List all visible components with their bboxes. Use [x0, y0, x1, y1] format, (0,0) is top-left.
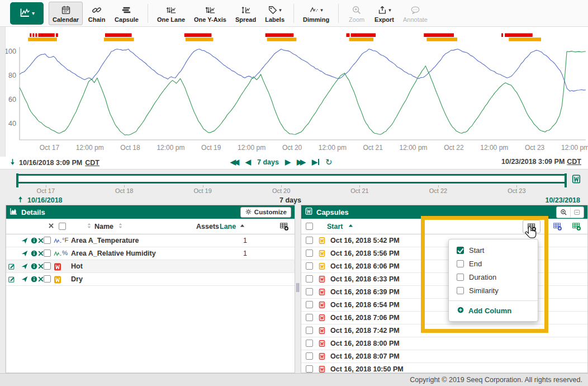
item-name[interactable]: Dry	[71, 275, 83, 283]
toolbar-button-capsule[interactable]: Capsule	[111, 2, 143, 25]
range-slider-track[interactable]	[17, 174, 566, 183]
hot-capsule-bar[interactable]	[35, 34, 37, 37]
toolbar-button-export[interactable]: ▾Export	[371, 2, 398, 25]
menu-item-start[interactable]: Start	[449, 243, 538, 257]
dry-capsule-bar[interactable]	[426, 37, 457, 41]
menu-item-duration[interactable]: Duration	[449, 270, 538, 284]
select-all-capsules-checkbox[interactable]	[306, 223, 313, 230]
dry-capsule-bar[interactable]	[186, 37, 214, 41]
menu-item-similarity[interactable]: Similarity	[449, 284, 538, 297]
capsule-checkbox[interactable]	[306, 262, 313, 270]
capsule-row[interactable]: Oct 16, 2018 10:50 PM	[301, 363, 587, 373]
hot-capsule-bar[interactable]	[30, 34, 31, 37]
range-slider-right-handle[interactable]	[565, 173, 567, 187]
step-back-half-icon[interactable]: ◀	[245, 157, 251, 167]
menu-checkbox[interactable]	[457, 260, 464, 267]
item-name[interactable]: Area A_Temperature	[71, 237, 139, 244]
capsule-row[interactable]: Oct 16, 2018 6:54 PM	[301, 299, 587, 312]
end-datetime[interactable]: 10/23/2018 3:09 PM	[501, 158, 565, 166]
display-range-end[interactable]: 10/23/2018 3:09 PM CDT	[501, 158, 581, 166]
hot-capsule-bar[interactable]	[505, 34, 533, 37]
capsule-checkbox[interactable]	[306, 237, 313, 244]
hot-capsule-bar[interactable]	[56, 34, 58, 37]
edit-icon[interactable]	[8, 275, 16, 283]
row-checkbox[interactable]	[44, 262, 51, 270]
pin-icon[interactable]	[21, 237, 29, 244]
hot-capsule-bar[interactable]	[105, 34, 132, 37]
add-property-column-icon[interactable]	[572, 222, 581, 233]
start-datetime[interactable]: 10/16/2018 3:09 PM	[19, 159, 82, 167]
sort-icon[interactable]	[117, 222, 124, 231]
capsule-row[interactable]: Oct 16, 2018 8:07 PM	[301, 350, 587, 363]
hot-capsule-bar[interactable]	[265, 34, 294, 37]
step-to-end-icon[interactable]: ▶	[312, 157, 319, 167]
hot-capsule-bar[interactable]	[32, 34, 34, 37]
zoom-to-capsule-icon[interactable]	[557, 207, 570, 218]
refresh-icon[interactable]: ↻	[325, 157, 333, 167]
capsule-row[interactable]: Oct 16, 2018 7:06 PM	[301, 312, 587, 324]
capsule-checkbox[interactable]	[306, 301, 313, 308]
toolbar-button-calendar[interactable]: Calendar	[49, 2, 83, 25]
details-row-area-a-temperature[interactable]: °FArea A_Temperature1	[6, 234, 295, 247]
series-temperature[interactable]	[20, 49, 586, 91]
timezone-link[interactable]: CDT	[85, 159, 99, 167]
menu-item-end[interactable]: End	[449, 257, 538, 270]
dry-capsule-bar[interactable]	[104, 37, 134, 41]
name-column-header[interactable]: Name	[94, 223, 113, 230]
toolbar-button-one-y-axis[interactable]: One Y-Axis	[190, 2, 230, 25]
capsule-checkbox[interactable]	[306, 275, 313, 283]
menu-checkbox[interactable]	[457, 274, 464, 281]
capsule-row[interactable]: Oct 16, 2018 6:06 PM	[301, 260, 587, 273]
toolbar-button-one-lane[interactable]: One Lane	[153, 2, 189, 25]
add-column-icon[interactable]	[279, 222, 289, 233]
lane-column-header[interactable]: Lane	[220, 223, 236, 230]
dry-capsule-bar[interactable]	[28, 37, 57, 41]
hot-capsule-bar[interactable]	[38, 34, 54, 37]
capsule-checkbox[interactable]	[306, 365, 313, 373]
start-column-header[interactable]: Start	[327, 223, 343, 230]
capsule-checkbox[interactable]	[306, 340, 313, 347]
details-row-area-a-relative-humidity[interactable]: %Area A_Relative Humidity1	[6, 247, 295, 260]
step-forward-half-icon[interactable]: ▶	[285, 157, 291, 167]
timezone-link[interactable]: CDT	[567, 158, 581, 166]
capsule-row[interactable]: Oct 16, 2018 8:00 PM	[301, 337, 587, 350]
capsule-row[interactable]: Oct 16, 2018 6:33 PM	[301, 273, 587, 286]
dry-capsule-bar[interactable]	[267, 37, 297, 41]
step-back-full-icon[interactable]: ◀◀	[230, 157, 239, 167]
remove-all-icon[interactable]	[48, 222, 55, 231]
row-checkbox[interactable]	[44, 250, 51, 257]
trend-chart[interactable]: 100806040Oct 1712:00 pmOct 1812:00 pmOct…	[6, 27, 588, 157]
series-humidity[interactable]	[20, 51, 586, 135]
splitter-grip-icon[interactable]	[296, 283, 300, 292]
trend-view-menu-button[interactable]: ▾	[10, 2, 44, 25]
pin-icon[interactable]	[21, 275, 29, 283]
item-name[interactable]: Hot	[71, 262, 83, 270]
edit-icon[interactable]	[8, 262, 16, 270]
sort-icon[interactable]	[86, 222, 93, 231]
choose-columns-button[interactable]	[523, 220, 540, 233]
row-checkbox[interactable]	[44, 275, 51, 283]
capsule-time-icon[interactable]	[571, 174, 581, 184]
item-name[interactable]: Area A_Relative Humidity	[71, 250, 156, 257]
dry-capsule-bar[interactable]	[349, 37, 374, 41]
scrubber-start[interactable]: 10/16/2018	[17, 195, 63, 205]
hot-capsule-bar[interactable]	[351, 34, 376, 37]
toolbar-button-spread[interactable]: Spread	[231, 2, 260, 25]
collapse-panel-icon[interactable]	[570, 207, 584, 218]
pin-icon[interactable]	[21, 250, 29, 257]
menu-checkbox[interactable]	[457, 287, 464, 294]
customize-button[interactable]: Customize	[240, 207, 291, 218]
capsule-checkbox[interactable]	[306, 352, 313, 360]
capsule-row[interactable]: Oct 16, 2018 7:42 PM	[301, 324, 587, 337]
toolbar-button-labels[interactable]: ▾Labels	[261, 2, 288, 25]
capsule-checkbox[interactable]	[306, 288, 313, 295]
step-forward-full-icon[interactable]: ▶▶	[297, 157, 306, 167]
display-range-start[interactable]: 10/16/2018 3:09 PM CDT	[9, 158, 99, 168]
panel-splitter[interactable]	[295, 205, 301, 373]
capsule-row[interactable]: Oct 16, 2018 5:56 PM	[301, 247, 587, 260]
toolbar-button-chain[interactable]: Chain	[84, 2, 110, 25]
capsule-row[interactable]: Oct 16, 2018 6:39 PM	[301, 286, 587, 299]
row-checkbox[interactable]	[44, 237, 51, 244]
capsule-checkbox[interactable]	[306, 314, 313, 321]
toolbar-button-dimming[interactable]: ▾Dimming	[299, 2, 333, 25]
